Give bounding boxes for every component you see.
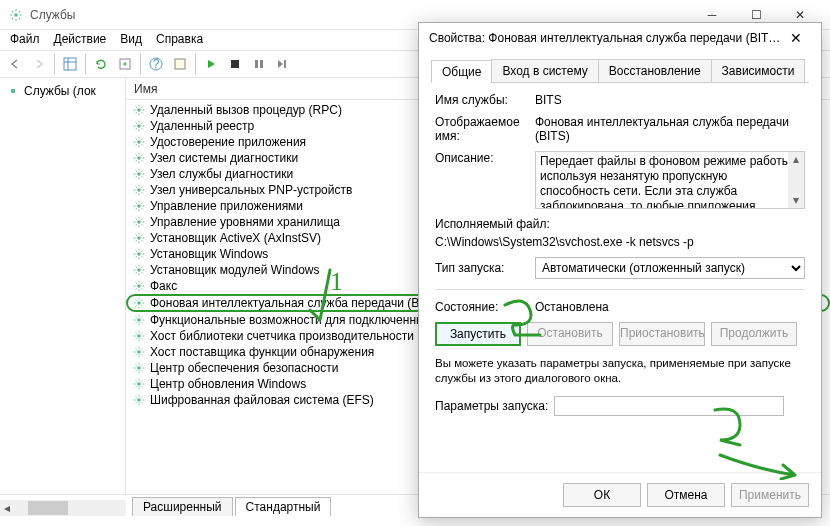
svg-point-29	[137, 366, 141, 370]
cancel-button[interactable]: Отмена	[647, 483, 725, 507]
svg-point-22	[137, 252, 141, 256]
tree-root[interactable]: Службы (лок	[4, 82, 121, 100]
forward-button[interactable]	[28, 53, 50, 75]
menu-file[interactable]: Файл	[10, 32, 40, 48]
stop-button[interactable]	[224, 53, 246, 75]
restart-button[interactable]	[272, 53, 294, 75]
svg-point-13	[137, 108, 141, 112]
stop-service-button: Остановить	[527, 322, 613, 346]
menu-help[interactable]: Справка	[156, 32, 203, 48]
svg-point-0	[14, 13, 18, 17]
svg-rect-10	[260, 60, 263, 68]
refresh-button[interactable]	[90, 53, 112, 75]
label-executable: Исполняемый файл:	[435, 217, 805, 231]
tab-recovery[interactable]: Восстановление	[598, 59, 712, 82]
service-name: Функциональные возможности для подключен…	[150, 313, 435, 327]
svg-point-28	[137, 350, 141, 354]
service-name: Установщик модулей Windows	[150, 263, 319, 277]
tree-root-label: Службы (лок	[24, 84, 96, 98]
svg-point-12	[11, 89, 16, 94]
service-name: Хост поставщика функции обнаружения	[150, 345, 374, 359]
back-button[interactable]	[4, 53, 26, 75]
svg-point-17	[137, 172, 141, 176]
startup-type-select[interactable]: Автоматически (отложенный запуск)	[535, 257, 805, 279]
start-params-note: Вы можете указать параметры запуска, при…	[435, 356, 805, 386]
start-button[interactable]: Запустить	[435, 322, 521, 346]
svg-rect-11	[284, 60, 286, 68]
svg-rect-9	[255, 60, 258, 68]
svg-point-14	[137, 124, 141, 128]
service-name: Факс	[150, 279, 177, 293]
dialog-tabs: Общие Вход в систему Восстановление Зави…	[431, 59, 809, 83]
menu-action[interactable]: Действие	[54, 32, 107, 48]
service-name: Шифрованная файловая система (EFS)	[150, 393, 374, 407]
description-text: Передает файлы в фоновом режиме работы, …	[540, 154, 794, 209]
service-name: Узел универсальных PNP-устройств	[150, 183, 352, 197]
tab-standard[interactable]: Стандартный	[235, 497, 332, 516]
svg-point-18	[137, 188, 141, 192]
left-panel: Службы (лок	[0, 78, 126, 494]
properties-dialog: Свойства: Фоновая интеллектуальная служб…	[418, 22, 822, 518]
play-button[interactable]	[200, 53, 222, 75]
service-name: Удостоверение приложения	[150, 135, 306, 149]
gear-icon	[8, 7, 24, 23]
label-display-name: Отображаемое имя:	[435, 115, 535, 143]
svg-point-21	[137, 236, 141, 240]
service-name: Установщик ActiveX (AxInstSV)	[150, 231, 321, 245]
label-start-params: Параметры запуска:	[435, 399, 548, 413]
label-description: Описание:	[435, 151, 535, 209]
svg-text:?: ?	[153, 57, 160, 71]
tab-logon[interactable]: Вход в систему	[491, 59, 598, 82]
svg-point-24	[137, 284, 141, 288]
svg-rect-1	[64, 58, 76, 70]
separator	[435, 289, 805, 290]
value-service-name: BITS	[535, 93, 805, 107]
start-params-input[interactable]	[554, 396, 784, 416]
window-title: Службы	[30, 8, 690, 22]
service-name: Узел системы диагностики	[150, 151, 298, 165]
properties-button[interactable]	[169, 53, 191, 75]
dialog-close-button[interactable]: ✕	[781, 30, 811, 46]
svg-point-16	[137, 156, 141, 160]
service-name: Управление приложениями	[150, 199, 303, 213]
details-button[interactable]	[59, 53, 81, 75]
apply-button[interactable]: Применить	[731, 483, 809, 507]
value-state: Остановлена	[535, 300, 805, 314]
service-name: Узел службы диагностики	[150, 167, 293, 181]
resume-service-button: Продолжить	[711, 322, 797, 346]
service-name: Фоновая интеллектуальная служба передачи…	[150, 296, 442, 310]
svg-point-31	[137, 398, 141, 402]
svg-point-27	[137, 334, 141, 338]
svg-point-19	[137, 204, 141, 208]
service-name: Удаленный реестр	[150, 119, 254, 133]
svg-point-23	[137, 268, 141, 272]
pause-service-button: Приостановить	[619, 322, 705, 346]
label-startup-type: Тип запуска:	[435, 261, 535, 275]
menu-view[interactable]: Вид	[120, 32, 142, 48]
description-scrollbar[interactable]: ▴▾	[788, 152, 804, 208]
help-button[interactable]: ?	[145, 53, 167, 75]
label-state: Состояние:	[435, 300, 535, 314]
value-display-name: Фоновая интеллектуальная служба передачи…	[535, 115, 805, 143]
svg-point-30	[137, 382, 141, 386]
tab-dependencies[interactable]: Зависимости	[711, 59, 806, 82]
ok-button[interactable]: ОК	[563, 483, 641, 507]
service-name: Удаленный вызов процедур (RPC)	[150, 103, 342, 117]
pause-button[interactable]	[248, 53, 270, 75]
value-executable: C:\Windows\System32\svchost.exe -k netsv…	[435, 235, 805, 249]
svg-point-26	[137, 318, 141, 322]
svg-rect-7	[175, 59, 185, 69]
export-button[interactable]	[114, 53, 136, 75]
svg-point-25	[137, 301, 141, 305]
tab-general[interactable]: Общие	[431, 60, 492, 83]
hscrollbar[interactable]: ◂	[0, 500, 126, 516]
label-service-name: Имя службы:	[435, 93, 535, 107]
column-name: Имя	[134, 82, 157, 96]
svg-point-20	[137, 220, 141, 224]
service-name: Центр обеспечения безопасности	[150, 361, 339, 375]
svg-point-15	[137, 140, 141, 144]
service-name: Хост библиотеки счетчика производительно…	[150, 329, 414, 343]
dialog-titlebar: Свойства: Фоновая интеллектуальная служб…	[419, 23, 821, 53]
service-name: Управление уровнями хранилища	[150, 215, 340, 229]
tab-extended[interactable]: Расширенный	[132, 497, 233, 516]
